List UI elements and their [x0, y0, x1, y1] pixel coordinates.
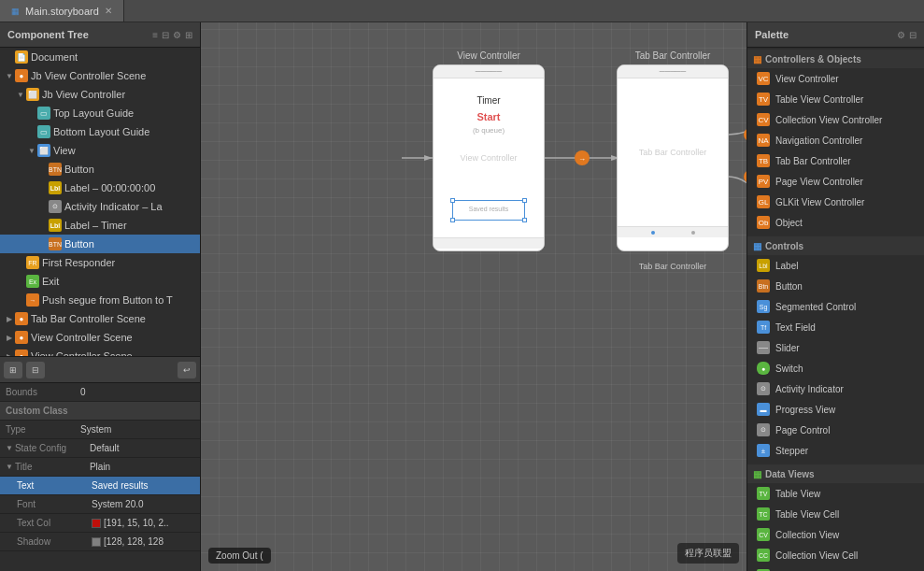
tab-dot-2 [691, 231, 695, 235]
tree-item-button1[interactable]: BTN Button [0, 160, 200, 178]
item-label: Switch [775, 364, 803, 374]
item-label: Navigation Controller [775, 136, 862, 146]
item-label: Table View Controller [775, 94, 863, 105]
item-label: Collection View [775, 530, 839, 540]
palette-item-collection-reusable[interactable]: CR Collection Reusable View [747, 565, 924, 571]
section-header-data: ▦ Data Views [747, 464, 924, 483]
close-icon[interactable]: ✕ [105, 6, 112, 16]
tree-item-push-segue[interactable]: → Push segue from Button to T [0, 291, 200, 309]
page-icon: PV [757, 175, 770, 188]
item-label: Object [775, 218, 803, 228]
tree-item-jb-vc-scene[interactable]: ▼ ● Jb View Controller Scene [0, 66, 200, 85]
scene-icon: ● [15, 350, 28, 356]
palette-item-stepper[interactable]: ± Stepper [747, 440, 924, 461]
gear-icon[interactable]: ⚙ [173, 30, 181, 40]
sidebar-icon[interactable]: ⊟ [909, 30, 917, 40]
palette-title: Palette [755, 29, 789, 40]
palette-item-activity[interactable]: ⊙ Activity Indicator [747, 378, 924, 399]
vc-screen-tabbar: ───── Tab Bar Controller [617, 64, 729, 251]
vc-tabbar: Tab Bar Controller ───── Tab Bar Control… [617, 50, 729, 251]
palette-item-segmented[interactable]: Sg Segmented Control [747, 296, 924, 317]
tree-item-top-layout[interactable]: ▭ Top Layout Guide [0, 104, 200, 122]
tree-label: First Responder [42, 257, 115, 268]
vc-nav-bar: ───── [618, 65, 728, 79]
tree-item-label1[interactable]: Lbl Label – 00:00:00:00 [0, 178, 200, 197]
palette-item-nav-vc[interactable]: NA Navigation Controller [747, 130, 924, 150]
sidebar-header: Component Tree ≡ ⊟ ⚙ ⊞ [0, 22, 200, 48]
palette-item-slider[interactable]: ── Slider [747, 337, 924, 358]
tree-item-first-responder[interactable]: FR First Responder [0, 253, 200, 272]
tab-label: Main.storyboard [25, 6, 99, 17]
palette-item-text-field[interactable]: Tf Text Field [747, 317, 924, 337]
activity-icon: ⊙ [757, 382, 770, 395]
sort-icon[interactable]: ≡ [152, 30, 158, 40]
palette-item-table-view-cell[interactable]: TC Table View Cell [747, 504, 924, 524]
svg-point-6 [744, 128, 746, 141]
palette-item-tab-bar-vc[interactable]: TB Tab Bar Controller [747, 150, 924, 171]
palette-item-switch[interactable]: ● Switch [747, 358, 924, 378]
canvas-area[interactable]: → → → View Controller ───── Timer Start [201, 22, 746, 571]
tree-label: Button [64, 238, 94, 250]
tree-item-document[interactable]: 📄 Document [0, 48, 200, 66]
arrow: ▼ [4, 72, 15, 80]
palette-item-glkit-vc[interactable]: GL GLKit View Controller [747, 192, 924, 212]
obj-icon: Ob [757, 216, 770, 229]
gear-icon[interactable]: ⚙ [897, 30, 905, 40]
guide-icon: ▭ [37, 125, 50, 138]
palette-item-collection-view-cell[interactable]: CC Collection View Cell [747, 545, 924, 565]
tree-label: Bottom Layout Guide [53, 126, 149, 137]
prop-label-type: Type [6, 424, 80, 435]
tree-item-vc-scene2[interactable]: ▶ ● View Controller Scene [0, 347, 200, 356]
expand-arrow: ▼ [6, 444, 13, 452]
tree-label: Top Layout Guide [53, 107, 134, 119]
tree-item-exit[interactable]: Ex Exit [0, 272, 200, 291]
tree-item-tab-bar-scene[interactable]: ▶ ● Tab Bar Controller Scene [0, 309, 200, 328]
item-label: Table View Cell [775, 509, 839, 520]
tab-main-storyboard[interactable]: ▦ Main.storyboard ✕ [0, 0, 124, 21]
tree-label: Jb View Controller Scene [31, 70, 146, 81]
palette-item-progress[interactable]: ▬ Progress View [747, 399, 924, 420]
tree-label: Label – 00:00:00:00 [64, 182, 155, 193]
palette-item-collection-view[interactable]: CV Collection View [747, 524, 924, 545]
palette-item-button[interactable]: Btn Button [747, 276, 924, 296]
sidebar: Component Tree ≡ ⊟ ⚙ ⊞ 📄 Document ▼ ● Jb… [0, 22, 201, 571]
toolbar-btn2[interactable]: ⊟ [26, 362, 45, 378]
segue-icon: → [26, 293, 39, 307]
palette-item-page-control[interactable]: ⊙ Page Control [747, 420, 924, 440]
tree-label: Activity Indicator – La [64, 201, 163, 212]
palette-item-view-controller[interactable]: VC View Controller [747, 68, 924, 89]
component-tree: 📄 Document ▼ ● Jb View Controller Scene … [0, 48, 200, 356]
palette-item-table-view[interactable]: TV Table View [747, 483, 924, 504]
item-label: Text Field [775, 322, 816, 333]
toolbar-btn3[interactable]: ↩ [178, 362, 196, 378]
tab-bar: ▦ Main.storyboard ✕ [0, 0, 924, 22]
handle-br [522, 218, 527, 222]
main-layout: Component Tree ≡ ⊟ ⚙ ⊞ 📄 Document ▼ ● Jb… [0, 22, 924, 571]
toolbar-btn1[interactable]: ⊞ [4, 362, 22, 378]
arrow: ▼ [15, 91, 26, 99]
expand-icon[interactable]: ⊞ [185, 30, 192, 40]
tree-item-label-timer[interactable]: Lbl Label – Timer [0, 216, 200, 235]
item-label: Tab Bar Controller [775, 156, 851, 166]
palette-item-label[interactable]: Lbl Label [747, 255, 924, 276]
item-label: GLKit View Controller [775, 197, 864, 207]
filter-icon[interactable]: ⊟ [162, 30, 169, 40]
palette-item-page-vc[interactable]: PV Page View Controller [747, 171, 924, 192]
vc-body: Timer Start (b queue) View Controller Sa… [434, 79, 544, 237]
arrow: ▶ [4, 334, 15, 342]
watermark: 程序员联盟 [677, 543, 739, 564]
tree-item-vc-scene1[interactable]: ▶ ● View Controller Scene [0, 328, 200, 347]
palette-header-icons: ⚙ ⊟ [897, 30, 917, 40]
tree-item-view[interactable]: ▼ ⬜ View [0, 141, 200, 160]
tree-item-activity[interactable]: ⊙ Activity Indicator – La [0, 197, 200, 216]
palette-item-table-vc[interactable]: TV Table View Controller [747, 89, 924, 109]
tree-item-jb-vc[interactable]: ▼ ⬜ Jb View Controller [0, 85, 200, 104]
start-button[interactable]: Start [476, 111, 500, 122]
prop-label-font: Font [17, 499, 92, 509]
tree-label: Button [64, 164, 94, 175]
palette-item-collection-vc[interactable]: CV Collection View Controller [747, 109, 924, 130]
tree-item-button2[interactable]: BTN Button [0, 235, 200, 253]
zoom-control[interactable]: Zoom Out ( [208, 548, 271, 564]
palette-item-object[interactable]: Ob Object [747, 212, 924, 233]
tree-item-bottom-layout[interactable]: ▭ Bottom Layout Guide [0, 122, 200, 141]
